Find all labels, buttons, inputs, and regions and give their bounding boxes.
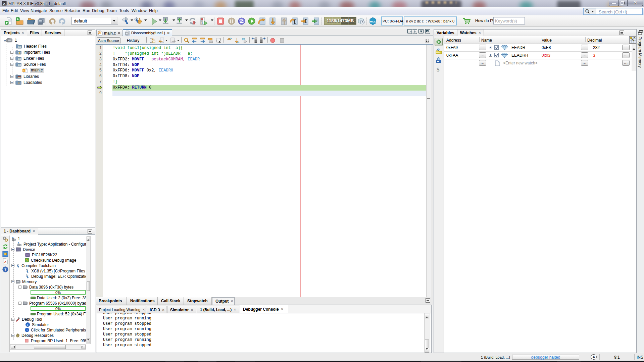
svg-text:i: i (27, 323, 28, 327)
svg-text:A: A (4, 260, 6, 263)
svg-text:4: 4 (593, 355, 595, 359)
svg-text:i: i (27, 329, 28, 332)
svg-text:01: 01 (18, 82, 21, 85)
svg-text:3: 3 (201, 22, 203, 24)
svg-text:?: ? (4, 267, 7, 271)
svg-text:MCC: MCC (370, 20, 376, 23)
svg-text:C: C (23, 69, 25, 72)
svg-text:C: C (98, 32, 100, 34)
